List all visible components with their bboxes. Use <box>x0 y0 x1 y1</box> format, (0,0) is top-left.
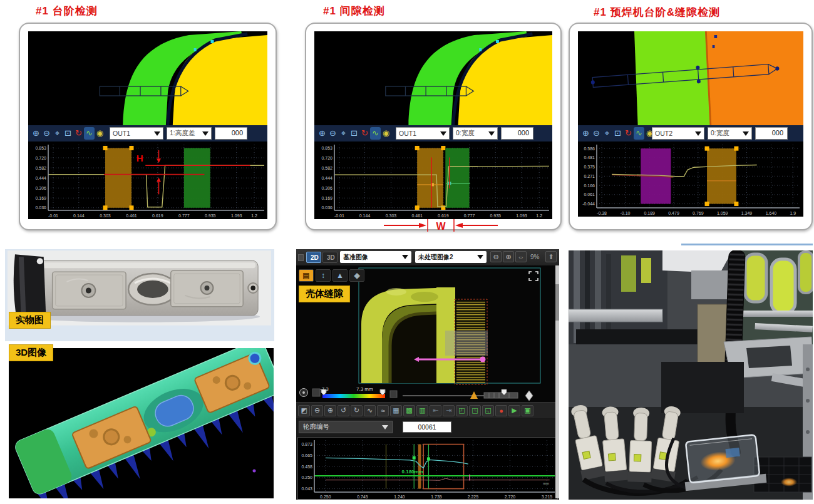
svg-text:0.720: 0.720 <box>321 156 332 160</box>
dropdown-caret-icon <box>382 425 388 429</box>
zoom-region-icon[interactable]: ⌖ <box>602 127 612 140</box>
reset-icon[interactable]: ↻ <box>359 127 370 140</box>
tab-2d[interactable]: 2D <box>306 252 321 263</box>
measure-value-box[interactable]: 000 <box>755 127 788 140</box>
preweld-detection-card: ⊕⊖⌖⊡↻∿◉ OUT2 0:宽度 000 -0.38-0.100.1890.4… <box>569 23 813 230</box>
svg-text:0.444: 0.444 <box>321 176 332 180</box>
dropdown-caret-icon <box>743 131 749 136</box>
measure-mode-select[interactable]: 0:宽度 <box>708 127 752 140</box>
profile-graph-icon[interactable]: ∿ <box>634 127 644 140</box>
palette-icon[interactable]: ◉ <box>381 127 391 140</box>
svg-text:3.215: 3.215 <box>542 495 553 499</box>
fit-width-icon[interactable]: ⇔ <box>515 251 527 262</box>
profile-height-icon[interactable]: ↕ <box>316 269 331 282</box>
record-icon[interactable]: ● <box>495 405 507 416</box>
svg-text:0.745: 0.745 <box>357 495 368 499</box>
svg-text:1.2: 1.2 <box>251 213 257 218</box>
export-icon[interactable]: ⬆ <box>545 251 557 262</box>
svg-text:0.036: 0.036 <box>321 205 332 210</box>
profile-graph-icon[interactable]: ∿ <box>84 127 95 140</box>
profile-number-select[interactable]: 轮廓编号 <box>299 421 393 433</box>
profile-graph-icon[interactable]: ∿ <box>370 127 381 140</box>
dropdown-caret-icon <box>402 255 408 259</box>
snapshot-icon[interactable]: ▣ <box>522 405 533 416</box>
svg-text:-0.01: -0.01 <box>334 213 344 218</box>
svg-text:0.043: 0.043 <box>301 486 312 491</box>
zoom-in-icon[interactable]: ⊕ <box>324 405 336 416</box>
zoom-in-icon[interactable]: ⊕ <box>580 127 591 140</box>
panel-title-preweld: #1 预焊机台阶&缝隙检测 <box>594 5 720 19</box>
svg-text:0.444: 0.444 <box>35 176 46 180</box>
mask-tool-icon[interactable]: ◆ <box>349 269 364 282</box>
svg-text:mm: mm <box>543 481 549 485</box>
measure-h-icon[interactable]: ⇤ <box>430 405 441 416</box>
zoom-in-icon[interactable]: ⊕ <box>317 127 327 140</box>
svg-text:-0.044: -0.044 <box>582 202 595 206</box>
svg-text:1.093: 1.093 <box>231 213 242 218</box>
rotate-cw-icon[interactable]: ↻ <box>351 405 363 416</box>
svg-text:0.853: 0.853 <box>321 146 332 150</box>
zoom-in-icon[interactable]: ⊕ <box>503 251 514 262</box>
zoom-fit-icon[interactable]: ⊡ <box>63 127 73 140</box>
base-image-select[interactable]: 基准图像 <box>340 251 411 263</box>
svg-text:0.166: 0.166 <box>584 183 595 188</box>
rotate-ccw-icon[interactable]: ↺ <box>337 405 349 416</box>
reset-icon[interactable]: ↻ <box>623 127 634 140</box>
profile-number-label: 轮廓编号 <box>303 423 329 431</box>
measure-mode-value: 0:宽度 <box>711 129 729 138</box>
svg-text:0.582: 0.582 <box>35 166 46 170</box>
output-select[interactable]: OUT1 <box>396 127 450 140</box>
measure-v-icon[interactable]: ⇥ <box>443 405 455 416</box>
zoom-region-icon[interactable]: ⌖ <box>338 127 349 140</box>
svg-text:-0.38: -0.38 <box>597 211 607 215</box>
zoom-out-icon[interactable]: ⊖ <box>591 127 602 140</box>
overlay-icon[interactable]: ▩ <box>403 405 415 416</box>
zoom-out-icon[interactable]: ⊖ <box>327 127 338 140</box>
preweld-scan-image <box>578 31 803 125</box>
measure-mode-select[interactable]: 0:宽度 <box>453 127 498 140</box>
svg-text:0.169: 0.169 <box>35 196 46 200</box>
roi-rect-icon[interactable]: ◰ <box>456 405 468 416</box>
zoom-out-icon[interactable]: ⊖ <box>311 405 323 416</box>
grid-icon[interactable]: ▦ <box>390 405 402 416</box>
profile-number-value[interactable]: 00061 <box>403 421 451 433</box>
tab-3d[interactable]: 3D <box>322 252 337 263</box>
svg-text:0.189: 0.189 <box>644 211 655 215</box>
zoom-in-icon[interactable]: ⊕ <box>31 127 41 140</box>
zoom-out-icon[interactable]: ⊖ <box>490 251 502 262</box>
overlay-alt-icon[interactable]: ▥ <box>416 405 428 416</box>
export-icon[interactable]: ▶ <box>508 405 520 416</box>
profile-x-icon[interactable]: ∿ <box>364 405 376 416</box>
svg-text:0.461: 0.461 <box>411 213 423 218</box>
measure-value-box[interactable]: 000 <box>215 127 247 140</box>
scale-max-label: 7.3 mm <box>356 386 373 392</box>
svg-text:0.582: 0.582 <box>321 166 332 170</box>
surface-view-icon[interactable]: ▲ <box>332 269 348 282</box>
measure-mode-select[interactable]: 1:高度差 <box>167 127 212 140</box>
zoom-region-icon[interactable]: ⌖ <box>52 127 63 140</box>
dropdown-caret-icon <box>488 131 495 136</box>
zoom-out-icon[interactable]: ⊖ <box>41 127 52 140</box>
height-colormap-icon[interactable]: ▤ <box>299 269 314 282</box>
svg-text:0.306: 0.306 <box>321 186 332 190</box>
roi-edit-icon[interactable]: ◱ <box>482 405 494 416</box>
reset-icon[interactable]: ↻ <box>73 127 84 140</box>
svg-text:1.240: 1.240 <box>394 495 405 499</box>
three-d-scan-image <box>9 348 274 498</box>
output-select[interactable]: OUT1 <box>110 127 163 140</box>
palette-icon[interactable]: ◉ <box>95 127 105 140</box>
scrollbar[interactable] <box>555 265 559 498</box>
zoom-fit-icon[interactable]: ⊡ <box>612 127 623 140</box>
scrollbar-thumb[interactable] <box>555 284 559 321</box>
processed-image-select[interactable]: 未处理图像2 <box>415 251 487 263</box>
scale-min-label: -7.3 <box>320 386 329 392</box>
svg-text:0.777: 0.777 <box>464 213 475 218</box>
roi-multi-icon[interactable]: ◳ <box>469 405 481 416</box>
output-select[interactable]: OUT2 <box>652 127 704 140</box>
profile-y-icon[interactable]: ≈ <box>377 405 389 416</box>
zoom-fit-icon[interactable]: ⊡ <box>349 127 359 140</box>
measure-value-box[interactable]: 000 <box>501 127 533 140</box>
step-detection-card: ⊕⊖⌖⊡↻∿◉ OUT1 1:高度差 000 -0.010.1440.3030.… <box>19 23 277 230</box>
select-icon[interactable]: ◩ <box>298 405 310 416</box>
step-scan-image <box>28 31 267 125</box>
